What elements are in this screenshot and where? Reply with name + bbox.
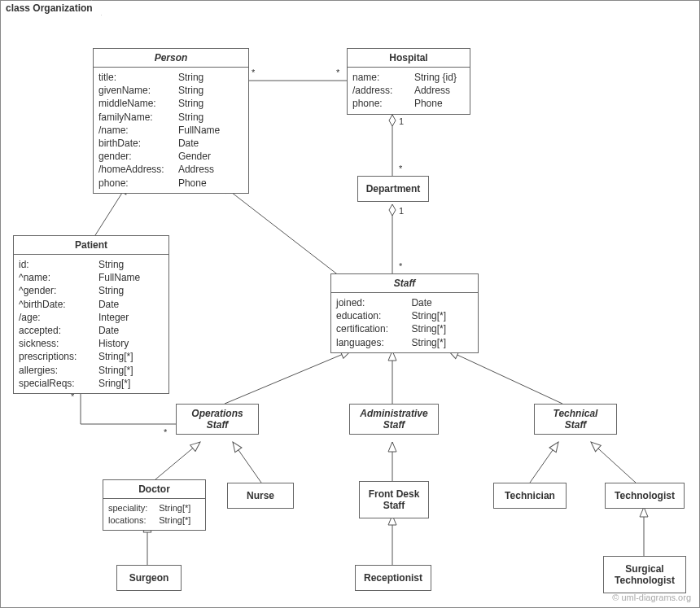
class-technical-staff: Technical Staff	[534, 404, 617, 435]
svg-line-14	[591, 442, 636, 483]
attr-row: familyName:String	[98, 111, 243, 124]
attr-row: birthDate:Date	[98, 137, 243, 150]
mult-hospital-dept-1: 1	[399, 116, 404, 126]
class-front-desk-staff: Front Desk Staff	[359, 481, 429, 518]
svg-line-9	[448, 351, 562, 404]
class-title: Technician	[494, 483, 566, 508]
attr-row: specialReqs:Sring[*]	[19, 377, 164, 390]
attr-row: middleName:String	[98, 97, 243, 110]
class-title: Surgical Technologist	[604, 557, 685, 593]
attr-row: allergies:String[*]	[19, 364, 164, 377]
class-title: Technical Staff	[535, 405, 616, 434]
credit-text: © uml-diagrams.org	[612, 593, 691, 602]
svg-line-7	[225, 351, 351, 404]
mult-dept-staff-1: 1	[399, 206, 404, 216]
mult-patient-ops-right: *	[164, 427, 167, 437]
attr-row: title:String	[98, 71, 243, 84]
class-administrative-staff: Administrative Staff	[349, 404, 439, 435]
frame-title: class Organization	[6, 2, 93, 14]
class-title: Operations Staff	[177, 405, 258, 434]
class-technician: Technician	[493, 483, 567, 509]
class-patient: Patient id:String^name:FullName^gender:S…	[13, 235, 169, 394]
attr-row: languages:String[*]	[336, 336, 473, 349]
class-title: Administrative Staff	[350, 405, 438, 434]
frame-title-tab: class Organization	[0, 0, 102, 15]
attr-row: /age:Integer	[19, 311, 164, 324]
class-doctor: Doctor speciality:String[*]locations:Str…	[103, 479, 206, 531]
mult-staff-top-star: *	[399, 261, 402, 271]
class-department: Department	[357, 176, 429, 202]
class-attrs: id:String^name:FullName^gender:String^bi…	[14, 255, 168, 393]
attr-row: sickness:History	[19, 337, 164, 350]
class-nurse: Nurse	[227, 483, 294, 509]
attr-row: gender:Gender	[98, 150, 243, 163]
class-title: Surgeon	[117, 566, 181, 590]
svg-line-13	[530, 442, 558, 483]
svg-line-11	[233, 442, 261, 483]
class-title: Doctor	[103, 480, 205, 499]
mult-person-hospital-right: *	[336, 68, 339, 77]
class-person: Person title:StringgivenName:Stringmiddl…	[93, 48, 249, 194]
mult-person-hospital-left: *	[252, 68, 255, 77]
uml-frame: class Organization	[0, 0, 700, 608]
attr-row: speciality:String[*]	[108, 502, 200, 514]
attr-row: givenName:String	[98, 84, 243, 97]
class-title: Receptionist	[356, 566, 431, 590]
class-title: Technologist	[606, 483, 684, 508]
class-surgeon: Surgeon	[116, 565, 182, 591]
attr-row: phone:Phone	[352, 97, 465, 110]
class-title: Patient	[14, 236, 168, 255]
class-title: Staff	[331, 274, 478, 293]
class-title: Front Desk Staff	[360, 482, 428, 518]
attr-row: ^gender:String	[19, 284, 164, 297]
class-operations-staff: Operations Staff	[176, 404, 259, 435]
attr-row: ^name:FullName	[19, 271, 164, 284]
class-title: Nurse	[228, 483, 293, 508]
class-surgical-technologist: Surgical Technologist	[603, 556, 686, 593]
class-attrs: joined:Dateeducation:String[*]certificat…	[331, 293, 478, 352]
attr-row: accepted:Date	[19, 324, 164, 337]
attr-row: certification:String[*]	[336, 322, 473, 335]
class-attrs: name:String {id}/address:Addressphone:Ph…	[348, 68, 470, 114]
attr-row: id:String	[19, 258, 164, 271]
class-attrs: title:StringgivenName:StringmiddleName:S…	[94, 68, 248, 193]
attr-row: locations:String[*]	[108, 514, 200, 527]
class-technologist: Technologist	[605, 483, 685, 509]
attr-row: /homeAddress:Address	[98, 163, 243, 176]
class-staff: Staff joined:Dateeducation:String[*]cert…	[330, 273, 479, 353]
attr-row: /name:FullName	[98, 124, 243, 137]
attr-row: ^birthDate:Date	[19, 298, 164, 311]
class-attrs: speciality:String[*]locations:String[*]	[103, 499, 205, 530]
attr-row: education:String[*]	[336, 309, 473, 322]
class-title: Hospital	[348, 49, 470, 68]
attr-row: phone:Phone	[98, 177, 243, 190]
class-hospital: Hospital name:String {id}/address:Addres…	[347, 48, 470, 115]
attr-row: name:String {id}	[352, 71, 465, 84]
class-receptionist: Receptionist	[355, 565, 431, 591]
mult-dept-top-star: *	[399, 164, 402, 173]
svg-line-10	[155, 442, 200, 479]
class-title: Person	[94, 49, 248, 68]
class-title: Department	[358, 177, 428, 201]
svg-line-4	[221, 184, 339, 276]
attr-row: prescriptions:String[*]	[19, 350, 164, 363]
attr-row: joined:Date	[336, 296, 473, 309]
attr-row: /address:Address	[352, 84, 465, 97]
